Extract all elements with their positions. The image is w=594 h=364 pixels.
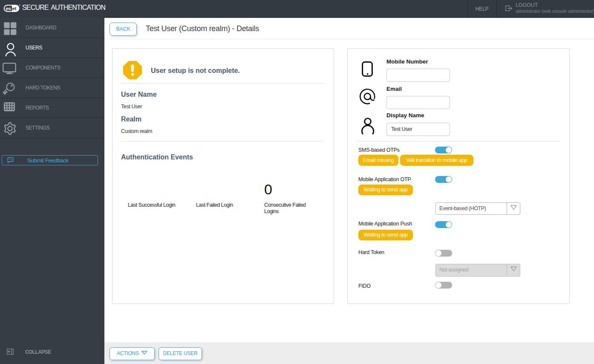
svg-text:es: es: [6, 6, 11, 11]
svg-text:et: et: [12, 6, 17, 11]
